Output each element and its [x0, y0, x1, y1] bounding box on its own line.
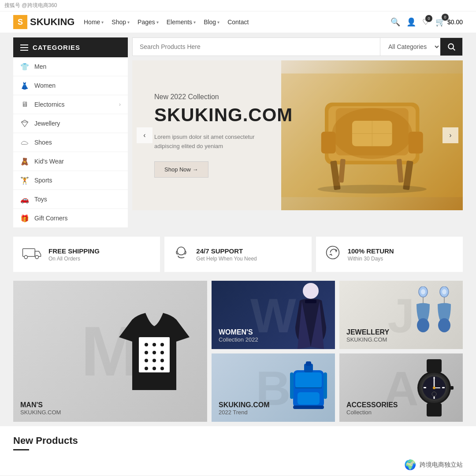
sports-icon: 🏋	[20, 176, 29, 185]
svg-point-29	[145, 359, 148, 362]
wishlist-button[interactable]: ♡ 0	[422, 17, 429, 27]
feature-return-title: 100% RETURN	[348, 247, 394, 255]
men-icon: 👕	[20, 62, 29, 71]
accessories-title: ACCESSORIES	[346, 401, 398, 409]
shipping-icon	[22, 245, 41, 263]
mans-title: MAN'S	[20, 401, 61, 409]
sidebar-label-electronics: Electornics	[34, 101, 64, 108]
svg-point-42	[438, 318, 450, 332]
search-input[interactable]	[133, 38, 380, 56]
hero-prev-button[interactable]: ‹	[137, 127, 152, 143]
sidebar-item-men[interactable]: 👕 Men	[13, 57, 128, 76]
svg-point-67	[433, 387, 435, 389]
nav-blog[interactable]: Blog ▾	[204, 19, 219, 26]
svg-point-24	[152, 343, 156, 346]
feature-support-title: 24/7 SUPPORT	[196, 247, 257, 255]
jewellery-label: JEWELLERY SKUKING.COM	[339, 322, 396, 349]
main-area: CATEGORIES 👕 Men 👗 Women 🖥 Electornics ›	[0, 33, 476, 232]
svg-rect-46	[295, 372, 322, 388]
svg-point-35	[303, 283, 319, 299]
sidebar-item-electronics[interactable]: 🖥 Electornics ›	[13, 95, 128, 114]
cart-total: $0.00	[447, 19, 463, 26]
feature-shipping-title: FREE SHIPPING	[48, 247, 100, 255]
svg-rect-64	[442, 387, 445, 388]
wishlist-badge: 0	[425, 15, 432, 22]
svg-point-26	[145, 351, 148, 354]
nav-elements[interactable]: Elements ▾	[167, 19, 196, 26]
hero-title: SKUKING.COM	[154, 104, 293, 126]
svg-point-18	[24, 256, 27, 259]
svg-point-25	[160, 343, 164, 346]
shop-now-button[interactable]: Shop Now →	[154, 161, 208, 178]
watch-svg	[410, 357, 458, 419]
nav-contact[interactable]: Contact	[227, 19, 249, 26]
sidebar-item-giftcorners[interactable]: 🎁 Gift Corners	[13, 209, 128, 228]
feature-return-sub: Within 30 Days	[348, 256, 394, 262]
hero-content: New 2022 Collection SKUKING.COM Lorem ip…	[132, 75, 315, 196]
svg-line-1	[453, 48, 455, 51]
sidebar-item-toys[interactable]: 🚗 Toys	[13, 190, 128, 209]
logo[interactable]: S SKUKING	[13, 15, 75, 29]
cart-button[interactable]: 🛒 0 $0.00	[435, 17, 463, 27]
sidebar-item-kidswear[interactable]: 🧸 Kid's Wear	[13, 152, 128, 171]
svg-point-31	[160, 359, 164, 362]
backpack-title: SKUKING.COM	[219, 401, 270, 409]
promo-jewellery[interactable]: J JEWELLERY SKUKING.COM	[339, 281, 463, 349]
sidebar: CATEGORIES 👕 Men 👗 Women 🖥 Electornics ›	[13, 37, 128, 228]
kidswear-icon: 🧸	[20, 157, 29, 166]
features-bar: FREE SHIPPING On All Orders 24/7 SUPPORT…	[0, 232, 476, 276]
svg-point-39	[417, 318, 429, 332]
sidebar-item-shoes[interactable]: Shoes	[13, 133, 128, 152]
sidebar-item-women[interactable]: 👗 Women	[13, 76, 128, 95]
electronics-arrow: ›	[119, 101, 121, 108]
search-submit-button[interactable]	[440, 38, 462, 56]
support-icon	[173, 245, 189, 264]
svg-point-44	[442, 289, 446, 294]
sidebar-item-jewellery[interactable]: Jewellery	[13, 114, 128, 133]
return-icon	[325, 245, 341, 264]
svg-rect-47	[298, 392, 320, 405]
electronics-icon: 🖥	[20, 100, 29, 109]
womens-label: WOMEN'S Collection 2022	[212, 322, 265, 349]
feature-shipping-sub: On All Orders	[48, 256, 100, 262]
account-button[interactable]: 👤	[406, 17, 416, 27]
sidebar-title: CATEGORIES	[33, 44, 80, 51]
womens-title: WOMEN'S	[219, 328, 258, 336]
svg-point-30	[152, 359, 156, 362]
svg-point-16	[317, 185, 427, 193]
svg-rect-17	[22, 249, 35, 257]
svg-rect-49	[306, 361, 311, 366]
nav-home[interactable]: Home ▾	[84, 19, 104, 26]
hero-next-button[interactable]: ›	[443, 127, 458, 143]
gift-icon: 🎁	[20, 214, 29, 223]
footer-watermark-area: 🌍 跨境电商独立站	[0, 455, 476, 475]
mans-sub: SKUKING.COM	[20, 409, 61, 416]
promo-womens[interactable]: W WOMEN'S Collection 2022	[212, 281, 335, 349]
womens-sub: Collection 2022	[219, 336, 258, 343]
jewellery-title: JEWELLERY	[346, 328, 389, 336]
nav-pages[interactable]: Pages ▾	[138, 19, 159, 26]
header-actions: 🔍 👤 ♡ 0 🛒 0 $0.00	[390, 17, 463, 27]
main-nav: Home ▾ Shop ▾ Pages ▾ Elements ▾ Blog ▾ …	[84, 19, 382, 26]
sidebar-item-sports[interactable]: 🏋 Sports	[13, 171, 128, 190]
sidebar-label-women: Women	[34, 82, 56, 89]
jewellery-icon	[20, 119, 29, 128]
svg-point-27	[152, 351, 156, 354]
promo-mans[interactable]: M MAN'S	[13, 281, 207, 422]
promo-accessories[interactable]: A	[339, 353, 463, 422]
promo-backpack[interactable]: B SKUKING.COM 2022 Trend	[212, 353, 335, 422]
footer-text: 跨境电商独立站	[420, 461, 463, 469]
women-icon: 👗	[20, 81, 29, 90]
svg-rect-54	[427, 359, 442, 372]
svg-rect-63	[424, 387, 426, 388]
dress-svg	[291, 283, 331, 349]
new-products-title: New Products	[13, 435, 463, 446]
sidebar-label-jewellery: Jewellery	[34, 120, 60, 127]
sidebar-label-toys: Toys	[34, 196, 47, 203]
category-select[interactable]: All Categories	[380, 38, 440, 56]
hamburger-icon[interactable]	[20, 45, 28, 51]
svg-point-33	[152, 367, 156, 370]
section-underline	[13, 449, 29, 450]
search-header-button[interactable]: 🔍	[390, 17, 400, 27]
nav-shop[interactable]: Shop ▾	[112, 19, 130, 26]
